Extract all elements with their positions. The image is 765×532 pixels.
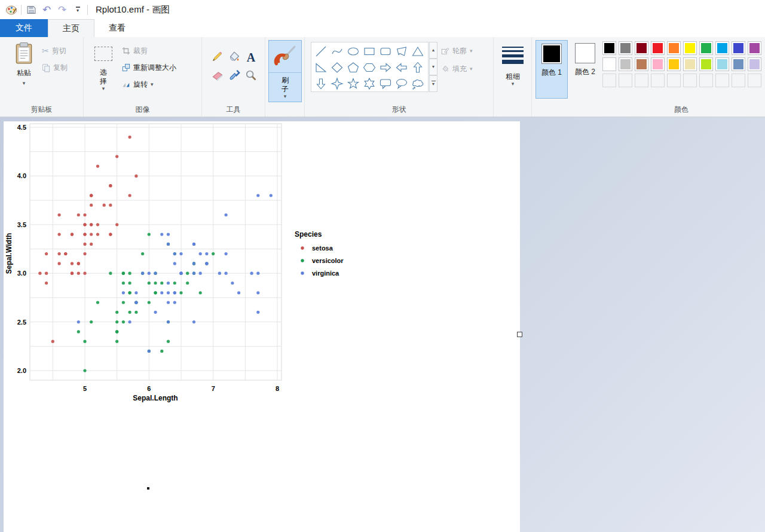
customize-quick-access-button[interactable]: ▾ [70,2,85,17]
shape-arrow-up[interactable] [409,59,426,75]
shapes-more-button[interactable]: ▾ [429,75,437,92]
save-button[interactable] [23,2,39,17]
palette-color-swatch[interactable] [619,41,632,55]
paste-button[interactable]: 粘贴 ▾ [8,42,39,109]
svg-text:Sepal.Length: Sepal.Length [133,394,178,402]
shape-callout-cloud[interactable] [409,75,426,91]
shape-rounded-rectangle[interactable] [377,43,393,59]
shape-star-4[interactable] [329,75,345,91]
color-palette [602,41,761,87]
shape-ellipse[interactable] [345,43,361,59]
palette-color-swatch[interactable] [602,41,616,55]
palette-empty-slot[interactable] [683,74,697,87]
cut-icon: ✂ [42,46,49,56]
palette-color-swatch[interactable] [699,57,713,71]
shape-arrow-down[interactable] [313,75,329,91]
eraser-tool-button[interactable] [212,69,224,84]
color2-label: 颜色 2 [574,68,596,77]
color2-button[interactable]: 颜色 2 [569,40,601,99]
palette-color-swatch[interactable] [748,57,761,71]
palette-empty-slot[interactable] [699,74,713,87]
tab-view[interactable]: 查看 [94,19,140,37]
fill-tool-button[interactable] [228,50,240,65]
canvas-resize-handle[interactable] [517,332,522,337]
palette-color-swatch[interactable] [602,57,616,71]
shape-hexagon[interactable] [361,59,377,75]
palette-color-swatch[interactable] [699,41,713,55]
palette-color-swatch[interactable] [619,57,632,71]
palette-color-swatch[interactable] [732,41,745,55]
palette-empty-slot[interactable] [602,74,616,87]
color1-button[interactable]: 颜色 1 [536,40,568,99]
shape-callout-rounded[interactable] [377,75,393,91]
size-button[interactable]: 粗细 ▾ [497,42,528,104]
shape-fill-button[interactable]: 填充 ▾ [441,62,473,75]
undo-button[interactable]: ↶ [39,2,54,17]
palette-color-swatch[interactable] [732,57,745,71]
palette-color-swatch[interactable] [715,41,729,55]
palette-empty-slot[interactable] [635,74,648,87]
group-size: 粗细 ▾ [494,37,532,117]
tab-file[interactable]: 文件 [0,19,48,37]
resize-button[interactable]: 重新调整大小 [122,61,176,74]
palette-color-swatch[interactable] [683,41,697,55]
shape-diamond[interactable] [329,59,345,75]
palette-empty-slot[interactable] [748,74,761,87]
shape-arrow-left[interactable] [393,59,409,75]
image-group-label: 图像 [84,105,201,115]
select-label: 选择 [98,68,109,86]
copy-button[interactable]: 复制 [42,61,68,74]
shape-right-triangle[interactable] [313,59,329,75]
pencil-tool-button[interactable] [212,50,224,65]
magnifier-tool-button[interactable] [245,69,257,84]
size-icon [502,47,524,64]
magnifier-icon [245,69,257,81]
outline-button[interactable]: 轮廓 ▾ [441,44,473,57]
cut-button[interactable]: ✂ 剪切 [42,44,68,57]
group-tools: A 工具 [202,37,265,117]
shape-pentagon[interactable] [345,59,361,75]
rotate-button[interactable]: 旋转 ▾ [122,78,176,91]
color-picker-tool-button[interactable] [228,69,240,84]
color1-swatch [541,44,562,64]
select-button[interactable]: 选择 ▾ [90,42,117,109]
palette-empty-slot[interactable] [732,74,745,87]
shape-line[interactable] [313,43,329,59]
shapes-scroll-up-button[interactable]: ▴ [429,42,437,59]
crop-label: 裁剪 [133,46,148,56]
shape-callout-oval[interactable] [393,75,409,91]
palette-color-swatch[interactable] [667,41,681,55]
app-logo-icon[interactable] [4,2,19,17]
palette-empty-slot[interactable] [651,74,665,87]
customize-dropdown-icon: ▾ [76,7,80,13]
dropdown-arrow-icon: ▾ [102,86,105,91]
shape-polygon[interactable] [393,43,409,59]
shape-arrow-right[interactable] [377,59,393,75]
redo-button[interactable]: ↷ [54,2,70,17]
palette-color-swatch[interactable] [683,57,697,71]
shape-rectangle[interactable] [361,43,377,59]
brush-button[interactable]: 刷子 ▾ [268,40,302,102]
palette-color-swatch[interactable] [715,57,729,71]
shape-triangle[interactable] [409,43,426,59]
palette-color-swatch[interactable] [651,57,665,71]
palette-color-swatch[interactable] [651,41,665,55]
crop-button[interactable]: 裁剪 [122,44,176,57]
svg-text:setosa: setosa [312,244,333,252]
palette-color-swatch[interactable] [635,41,648,55]
palette-color-swatch[interactable] [635,57,648,71]
shape-star-5[interactable] [345,75,361,91]
drawing-canvas[interactable]: 56782.02.53.03.54.04.5Sepal.LengthSepal.… [4,121,520,532]
palette-color-swatch[interactable] [748,41,761,55]
shape-star-6[interactable] [361,75,377,91]
shape-curve[interactable] [329,43,345,59]
palette-empty-slot[interactable] [667,74,681,87]
palette-color-swatch[interactable] [667,57,681,71]
palette-empty-slot[interactable] [715,74,729,87]
text-tool-button[interactable]: A [247,51,255,64]
palette-empty-slot[interactable] [619,74,632,87]
tab-home[interactable]: 主页 [48,19,94,37]
color-picker-icon [228,69,240,81]
shapes-scroll-down-button[interactable]: ▾ [429,59,437,75]
brush-label: 刷子 [280,76,290,94]
